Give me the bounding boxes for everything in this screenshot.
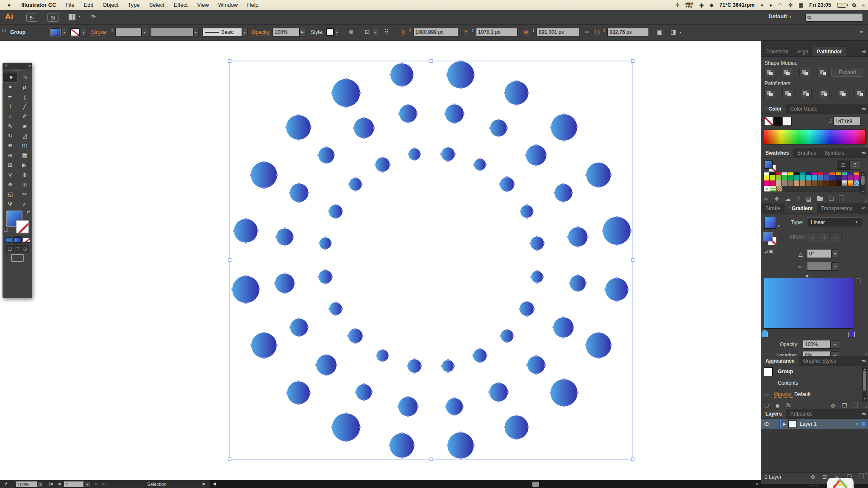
stroke-weight-caret[interactable]: ▼ xyxy=(142,28,147,36)
locate-object-icon[interactable] xyxy=(811,475,815,479)
first-artboard-icon[interactable]: |◀ xyxy=(49,482,53,486)
tool-pencil[interactable]: ✎ xyxy=(3,121,17,131)
tab-layers[interactable]: Layers xyxy=(761,409,786,419)
hex-value-field[interactable] xyxy=(833,117,861,126)
clock[interactable]: Fri 23:05 xyxy=(810,2,831,8)
swatch[interactable] xyxy=(848,180,854,186)
angle-field[interactable] xyxy=(807,250,832,258)
menu-window[interactable]: Window xyxy=(218,2,238,8)
w-stepper[interactable]: ▲▼ xyxy=(531,28,536,33)
menu-view[interactable]: View xyxy=(197,2,209,8)
screen-mode-button[interactable] xyxy=(11,254,24,262)
tool-eyedropper[interactable]: ⚲ xyxy=(3,170,17,180)
gradient-opacity-caret[interactable]: ▼ xyxy=(831,340,839,349)
flux-icon[interactable]: ✜ xyxy=(788,2,793,8)
swatch[interactable] xyxy=(836,186,842,191)
h-stepper[interactable]: ▲▼ xyxy=(602,28,606,33)
swatch[interactable] xyxy=(783,186,789,191)
swatch[interactable] xyxy=(812,186,818,191)
menu-help[interactable]: Help xyxy=(247,2,259,8)
graphic-style-caret[interactable]: ▼ xyxy=(334,28,339,36)
swatch[interactable] xyxy=(776,175,782,180)
tab-swatches[interactable]: Swatches xyxy=(761,148,793,158)
workspace-switcher[interactable]: Default ▼ xyxy=(768,13,792,19)
gpu-performance-icon[interactable]: ✑ xyxy=(91,13,96,20)
clear-appearance-icon[interactable]: ⊘ xyxy=(831,402,835,409)
gradient-opacity-field[interactable] xyxy=(803,340,831,349)
battery-icon[interactable]: ⚡ xyxy=(837,3,846,8)
panel-menu-icon[interactable]: ▾≡ xyxy=(862,106,865,111)
add-new-stroke-icon[interactable]: ❏ xyxy=(765,403,769,408)
panel-menu-icon[interactable]: ▾≡ xyxy=(862,150,865,155)
layer-lock-cell[interactable] xyxy=(772,419,780,429)
tool-width[interactable]: ≋ xyxy=(3,141,17,150)
recolor-artwork-icon[interactable]: ⊛ xyxy=(349,28,354,35)
tool-eraser[interactable]: ▰ xyxy=(17,121,32,131)
duplicate-item-icon[interactable]: ❐ xyxy=(842,402,847,409)
swatch[interactable] xyxy=(782,175,787,180)
apple-logo-icon[interactable]: ● xyxy=(8,2,11,8)
panel-menu-icon[interactable]: ▾≡ xyxy=(862,358,865,363)
gradient-thumbnail-caret[interactable]: ▼ xyxy=(777,225,780,227)
layer-visibility-icon[interactable] xyxy=(761,421,772,427)
color-themes-icon[interactable]: ❖ xyxy=(774,196,779,202)
menu-list-icon[interactable]: ≡ xyxy=(862,2,865,8)
tool-pen[interactable]: ✒ xyxy=(3,92,17,102)
add-effect-icon[interactable]: fx. xyxy=(786,402,792,408)
swatch[interactable] xyxy=(823,180,829,186)
pathfinder-crop-button[interactable] xyxy=(819,89,830,98)
swatch[interactable] xyxy=(806,180,812,186)
aspect-ratio-caret[interactable]: ▼ xyxy=(832,262,838,271)
draw-inside-icon[interactable]: ◪ xyxy=(22,247,29,251)
pathfinder-intersect-button[interactable] xyxy=(799,68,810,77)
swatch-options-icon[interactable]: ▤ xyxy=(806,196,811,202)
pathfinder-outline-button[interactable] xyxy=(837,89,848,98)
tool-perspective-grid[interactable]: ▦ xyxy=(17,150,32,160)
pathfinder-minus-front-button[interactable] xyxy=(781,68,792,77)
menu-object[interactable]: Object xyxy=(103,2,119,8)
swatch[interactable] xyxy=(818,180,823,186)
tool-curvature[interactable]: ζ xyxy=(17,92,32,102)
layer-row[interactable]: ▶ Layer 1 ○ xyxy=(761,419,868,429)
control-panel-menu-icon[interactable]: ▾≡ xyxy=(860,30,864,34)
swatch[interactable] xyxy=(794,175,800,180)
x-stepper[interactable]: ▲▼ xyxy=(408,28,412,33)
tool-shape-builder[interactable]: ⊕ xyxy=(3,150,17,160)
color-white-swatch[interactable] xyxy=(783,117,792,126)
swatch[interactable] xyxy=(782,180,787,186)
color-resize-grip[interactable]: ◢ xyxy=(864,143,867,147)
swatch[interactable] xyxy=(836,180,842,186)
arrange-documents-caret[interactable]: ▼ xyxy=(78,15,81,18)
tab-pathfinder[interactable]: Pathfinder xyxy=(812,47,846,56)
tool-magic-wand[interactable]: ✶ xyxy=(3,82,17,92)
tool-direct-selection[interactable]: ▻ xyxy=(17,72,32,82)
draw-normal-icon[interactable]: ❏ xyxy=(6,247,13,251)
menu-illustrator-cc[interactable]: Illustrator CC xyxy=(21,2,56,8)
stroke-weight-field[interactable] xyxy=(115,28,142,36)
artboard-nav-field[interactable] xyxy=(64,481,84,488)
fan-icon[interactable]: ◕ xyxy=(760,2,763,8)
tab-color-guide[interactable]: Color Guide xyxy=(786,104,822,114)
pathfinder-exclude-button[interactable] xyxy=(818,68,829,77)
tool-line-segment[interactable]: ╱ xyxy=(17,102,32,111)
swatch[interactable] xyxy=(812,175,818,180)
color-spectrum-bar[interactable] xyxy=(764,129,865,144)
tab-artboards[interactable]: Artboards xyxy=(786,409,817,419)
artboard-canvas[interactable] xyxy=(0,41,761,480)
creative-cloud-libraries-icon[interactable]: ☁ xyxy=(785,196,791,202)
appearance-resize-grip[interactable]: ◢ xyxy=(864,404,867,408)
status-popout-icon[interactable]: ▶ xyxy=(203,482,206,486)
swatch-libraries-icon[interactable]: ≋ xyxy=(764,196,768,202)
swatch[interactable] xyxy=(842,180,848,186)
opacity-field[interactable] xyxy=(273,28,300,36)
adobe-stock-button[interactable]: St xyxy=(47,14,58,22)
swatch[interactable] xyxy=(800,180,806,186)
panel-menu-icon[interactable]: ▾≡ xyxy=(862,411,865,416)
gradient-fill-proxy[interactable] xyxy=(763,232,773,241)
tab-symbols[interactable]: Symbols xyxy=(820,148,848,158)
menu-file[interactable]: File xyxy=(66,2,75,8)
new-swatch-icon[interactable]: ❏ xyxy=(829,196,834,202)
gradient-type-dropdown[interactable]: Linear▼ xyxy=(807,217,862,227)
tool-scale[interactable]: ◿ xyxy=(17,131,32,141)
swatch[interactable] xyxy=(854,175,860,180)
